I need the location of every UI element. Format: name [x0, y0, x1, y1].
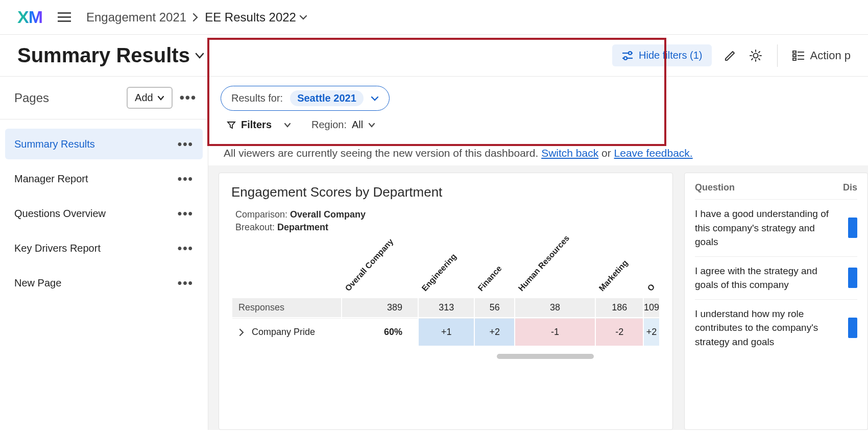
body: Pages Add ••• Summary Results ••• Manage…: [0, 77, 868, 430]
row-label: Company Pride: [252, 327, 315, 337]
distribution-bar: [848, 318, 857, 338]
distribution-bar: [848, 218, 857, 238]
sidebar: Pages Add ••• Summary Results ••• Manage…: [0, 77, 208, 430]
responses-cell: 186: [596, 298, 643, 317]
svg-point-4: [753, 53, 758, 58]
delta-cell: +1: [419, 318, 474, 346]
dashboard-version-notice: All viewers are currently seeing the new…: [208, 141, 868, 165]
responses-cell: 38: [515, 298, 595, 317]
responses-cell: 56: [475, 298, 514, 317]
question-text: I agree with the strategy and goals of t…: [695, 264, 839, 292]
chevron-right-icon: [192, 13, 199, 22]
delta-cell: +2: [644, 318, 659, 346]
engagement-scores-card: Engagement Scores by Department Comparis…: [219, 173, 673, 430]
col-truncated: O: [645, 282, 657, 293]
dashboard-cards: Engagement Scores by Department Comparis…: [208, 165, 868, 430]
breadcrumb-current[interactable]: EE Results 2022: [205, 10, 307, 25]
add-page-button[interactable]: Add: [127, 87, 173, 109]
sidebar-item-key-drivers-report[interactable]: Key Drivers Report •••: [5, 233, 203, 263]
page-item-more-button[interactable]: •••: [178, 206, 194, 221]
svg-point-3: [624, 57, 627, 60]
svg-rect-9: [793, 58, 796, 60]
hamburger-menu-icon[interactable]: [58, 12, 71, 22]
leave-feedback-link[interactable]: Leave feedback.: [614, 147, 693, 159]
questions-card: Question Dis I have a good understanding…: [684, 173, 868, 430]
svg-point-1: [629, 52, 632, 55]
delta-cell: -2: [596, 318, 643, 346]
chevron-down-icon: [299, 14, 307, 20]
col-marketing: Marketing: [597, 258, 630, 293]
breakout-meta: Breakout: Department: [231, 222, 660, 233]
col-engineering: Engineering: [420, 252, 459, 293]
responses-row: Responses 389 313 56 38 186 109: [232, 298, 659, 317]
results-for-label: Results for:: [231, 92, 283, 104]
chevron-down-icon: [195, 52, 204, 59]
results-for-value: Seattle 2021: [290, 90, 364, 106]
responses-cell: 109: [644, 298, 659, 317]
header-actions: Hide filters (1) Action p: [612, 44, 851, 67]
col-finance: Finance: [476, 264, 504, 293]
responses-overall: 389: [342, 298, 418, 317]
responses-label: Responses: [232, 298, 341, 317]
breadcrumb-parent[interactable]: Engagement 2021: [86, 10, 186, 25]
chevron-down-icon: [284, 123, 291, 128]
action-icon: [792, 50, 805, 62]
horizontal-scrollbar[interactable]: [497, 354, 594, 359]
page-item-more-button[interactable]: •••: [178, 241, 194, 255]
results-for-selector[interactable]: Results for: Seattle 2021: [221, 86, 390, 111]
xm-logo: XM: [17, 7, 42, 27]
region-filter[interactable]: Region: All: [311, 119, 375, 131]
pages-header: Pages Add •••: [0, 77, 208, 119]
hide-filters-button[interactable]: Hide filters (1): [612, 44, 711, 66]
chevron-down-icon: [368, 123, 375, 128]
header-row: Summary Results Hide filters (1): [0, 35, 868, 77]
settings-button[interactable]: [749, 49, 763, 63]
delta-cell: +2: [475, 318, 514, 346]
edit-button[interactable]: [723, 49, 737, 63]
filter-area: Results for: Seattle 2021 Filters Region…: [208, 77, 868, 141]
comparison-meta: Comparison: Overall Company: [231, 209, 660, 220]
question-column-label: Question: [695, 182, 843, 193]
sidebar-item-manager-report[interactable]: Manager Report •••: [5, 163, 203, 194]
engagement-table: Overall Company Engineering Finance Huma…: [231, 240, 660, 347]
page-list: Summary Results ••• Manager Report ••• Q…: [0, 119, 208, 307]
filters-toggle[interactable]: Filters: [227, 119, 291, 131]
chevron-down-icon: [157, 95, 164, 101]
pages-more-button[interactable]: •••: [180, 90, 197, 106]
page-item-more-button[interactable]: •••: [178, 172, 194, 186]
table-row[interactable]: Company Pride 60% +1 +2 -1 -2 +2: [232, 318, 659, 346]
card-title: Engagement Scores by Department: [231, 184, 660, 200]
delta-cell: -1: [515, 318, 595, 346]
responses-cell: 313: [419, 298, 474, 317]
chevron-down-icon: [371, 95, 379, 102]
sidebar-item-summary-results[interactable]: Summary Results •••: [5, 129, 203, 159]
page-item-more-button[interactable]: •••: [178, 276, 194, 290]
gear-icon: [749, 49, 763, 63]
table-header-row: Overall Company Engineering Finance Huma…: [232, 241, 659, 297]
distribution-bar: [848, 268, 857, 288]
pages-label: Pages: [14, 91, 119, 105]
question-item[interactable]: I have a good understanding of this comp…: [695, 199, 857, 256]
col-human-resources: Human Resources: [516, 234, 571, 293]
question-item[interactable]: I agree with the strategy and goals of t…: [695, 256, 857, 299]
breadcrumb: Engagement 2021 EE Results 2022: [86, 10, 307, 25]
page-item-more-button[interactable]: •••: [178, 137, 194, 151]
action-planning-button[interactable]: Action p: [792, 49, 851, 62]
sidebar-item-new-page[interactable]: New Page •••: [5, 268, 203, 298]
pencil-icon: [723, 49, 737, 63]
divider: [777, 44, 778, 67]
filters-row: Filters Region: All: [221, 111, 856, 136]
svg-rect-7: [793, 55, 796, 57]
switch-back-link[interactable]: Switch back: [541, 147, 598, 159]
top-bar: XM Engagement 2021 EE Results 2022: [0, 0, 868, 35]
question-item[interactable]: I understand how my role contributes to …: [695, 299, 857, 356]
questions-card-header: Question Dis: [695, 182, 857, 199]
funnel-icon: [227, 120, 236, 130]
page-title[interactable]: Summary Results: [17, 44, 204, 67]
col-overall-company: Overall Company: [344, 237, 395, 293]
question-text: I have a good understanding of this comp…: [695, 207, 839, 249]
svg-rect-5: [793, 51, 796, 53]
chevron-right-icon: [238, 328, 245, 336]
sidebar-item-questions-overview[interactable]: Questions Overview •••: [5, 198, 203, 229]
question-text: I understand how my role contributes to …: [695, 307, 839, 349]
